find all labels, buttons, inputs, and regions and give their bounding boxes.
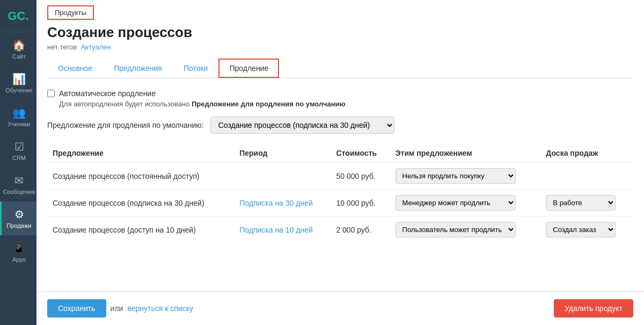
sidebar-item-sales[interactable]: ⚙ Продажи (0, 201, 36, 235)
gear-icon: ⚙ (14, 208, 24, 221)
offer-board-1[interactable]: В работе Создал заказ (546, 195, 616, 211)
sidebar-item-label: Apps (12, 256, 26, 263)
page-header: Создание процессов нет тегов Актуален (36, 20, 644, 53)
offer-board-1-cell: В работе Создал заказ (540, 190, 633, 216)
period-link-2[interactable]: Подписка на 10 дней (239, 226, 313, 234)
phone-icon: 📱 (12, 242, 26, 255)
page-meta: нет тегов Актуален (47, 43, 633, 51)
auto-renewal-checkbox[interactable] (47, 90, 55, 97)
offer-name-1: Создание процессов (подписка на 30 дней) (47, 190, 234, 216)
chart-icon: 📊 (12, 73, 26, 85)
main-content: Продукты Создание процессов нет тегов Ак… (36, 0, 644, 325)
table-row: Создание процессов (подписка на 30 дней)… (47, 190, 633, 216)
col-period: Период (234, 145, 331, 162)
offer-this-select-1[interactable]: Нельзя продлить покупку Менеджер может п… (396, 195, 516, 211)
sidebar: GC. 🏠 Сайт 📊 Обучение 👥 Ученики ☑ CRM ✉ … (0, 0, 36, 325)
crm-icon: ☑ (14, 140, 24, 153)
users-icon: 👥 (12, 106, 26, 119)
auto-renewal-label: Автоматическое продление (59, 89, 156, 98)
sidebar-item-label: Обучение (5, 87, 32, 93)
sidebar-item-crm[interactable]: ☑ CRM (0, 134, 36, 168)
offer-name-2: Создание процессов (доступ на 10 дней) (47, 216, 234, 243)
table-header: Предложение Период Стоимость Этим предло… (47, 145, 633, 162)
offer-board-2[interactable]: В работе Создал заказ (546, 222, 616, 237)
mail-icon: ✉ (14, 174, 24, 187)
page-title: Создание процессов (47, 24, 633, 41)
tab-basic[interactable]: Основное (47, 59, 103, 78)
breadcrumb: Продукты (36, 0, 644, 20)
table-row: Создание процессов (постоянный доступ) 5… (47, 162, 633, 190)
tab-renewal[interactable]: Продление (218, 59, 279, 78)
no-tags-label: нет тегов (47, 43, 77, 51)
offer-cost-0: 50 000 руб. (331, 162, 390, 190)
sidebar-item-learning[interactable]: 📊 Обучение (0, 66, 36, 100)
offer-board-0-cell (540, 162, 633, 190)
back-link[interactable]: вернуться к списку (127, 304, 193, 313)
offer-board-2-cell: В работе Создал заказ (540, 216, 633, 243)
table-body: Создание процессов (постоянный доступ) 5… (47, 162, 633, 243)
auto-renewal-section: Автоматическое продление Для автопродлен… (47, 89, 633, 108)
breadcrumb-link[interactable]: Продукты (47, 5, 94, 20)
auto-renewal-row: Автоматическое продление (47, 89, 633, 98)
sidebar-item-site[interactable]: 🏠 Сайт (0, 32, 36, 66)
table-row: Создание процессов (доступ на 10 дней) П… (47, 216, 633, 243)
auto-renewal-hint: Для автопродления будет использовано Пре… (59, 100, 633, 108)
sidebar-item-label: Продажи (7, 222, 32, 229)
offer-this-select-1-cell: Нельзя продлить покупку Менеджер может п… (390, 190, 541, 216)
tab-offers[interactable]: Предложения (103, 59, 173, 78)
offers-table: Предложение Период Стоимость Этим предло… (47, 145, 633, 243)
period-link-1[interactable]: Подписка на 30 дней (239, 199, 313, 207)
delete-product-button[interactable]: Удалить продукт (554, 299, 633, 317)
default-offer-row: Предложение для продления по умолчанию: … (47, 117, 633, 134)
footer-left: Сохранить или вернуться к списку (47, 299, 193, 317)
sidebar-item-label: Сайт (12, 53, 26, 60)
offer-this-select-0[interactable]: Нельзя продлить покупку Менеджер может п… (396, 168, 516, 184)
sidebar-item-label: Ученики (8, 121, 30, 127)
offer-cost-2: 2 000 руб. (331, 216, 390, 243)
sidebar-item-label: Сообщения (3, 189, 35, 195)
footer: Сохранить или вернуться к списку Удалить… (36, 291, 644, 325)
default-offer-select[interactable]: Создание процессов (подписка на 30 дней)… (210, 117, 394, 134)
col-offer: Предложение (47, 145, 234, 162)
home-icon: 🏠 (12, 39, 26, 52)
tab-streams[interactable]: Потоки (173, 59, 219, 78)
sidebar-item-students[interactable]: 👥 Ученики (0, 100, 36, 134)
hint-prefix: Для автопродления будет использовано (59, 100, 192, 108)
hint-bold: Предложение для продления по умолчанию (192, 100, 346, 108)
sidebar-item-label: CRM (12, 155, 26, 161)
offer-period-1: Подписка на 30 дней (234, 190, 331, 216)
renewal-content: Автоматическое продление Для автопродлен… (36, 78, 644, 291)
offer-this-select-2[interactable]: Нельзя продлить покупку Менеджер может п… (396, 222, 516, 237)
offer-name-0: Создание процессов (постоянный доступ) (47, 162, 234, 190)
save-button[interactable]: Сохранить (47, 299, 106, 317)
default-offer-label: Предложение для продления по умолчанию: (47, 121, 204, 129)
offer-this-select-0-cell: Нельзя продлить покупку Менеджер может п… (390, 162, 541, 190)
offer-this-select-2-cell: Нельзя продлить покупку Менеджер может п… (390, 216, 541, 243)
col-cost: Стоимость (331, 145, 390, 162)
sidebar-item-messages[interactable]: ✉ Сообщения (0, 168, 36, 201)
col-board: Доска продаж (540, 145, 633, 162)
sidebar-item-apps[interactable]: 📱 Apps (0, 235, 36, 269)
actual-link[interactable]: Актуален (80, 43, 111, 51)
offer-period-0 (234, 162, 331, 190)
tabs-bar: Основное Предложения Потоки Продление (47, 59, 633, 78)
offer-cost-1: 10 000 руб. (331, 190, 390, 216)
logo: GC. (0, 0, 36, 32)
or-text: или (111, 304, 123, 313)
col-this-offer: Этим предложением (390, 145, 541, 162)
offer-period-2: Подписка на 10 дней (234, 216, 331, 243)
